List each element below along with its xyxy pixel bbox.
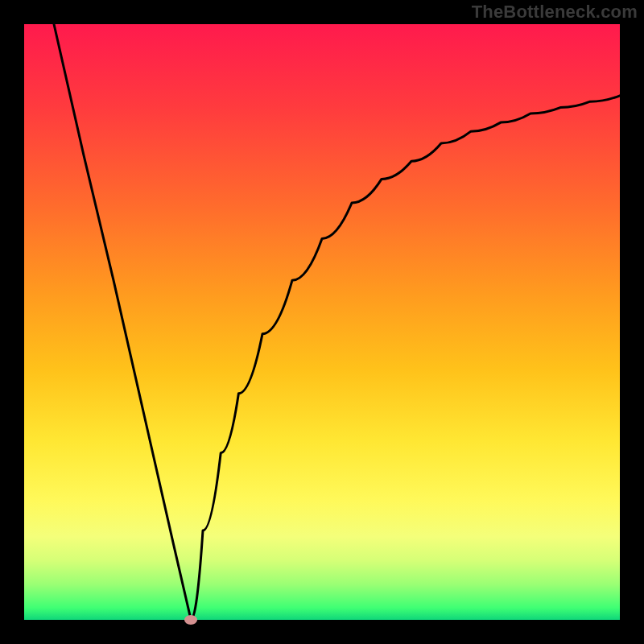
chart-frame: TheBottleneck.com [0,0,644,644]
plot-area [24,24,620,620]
optimum-marker [184,615,197,625]
bottleneck-curve [54,24,620,620]
watermark-text: TheBottleneck.com [472,2,638,23]
curve-svg [24,24,620,620]
